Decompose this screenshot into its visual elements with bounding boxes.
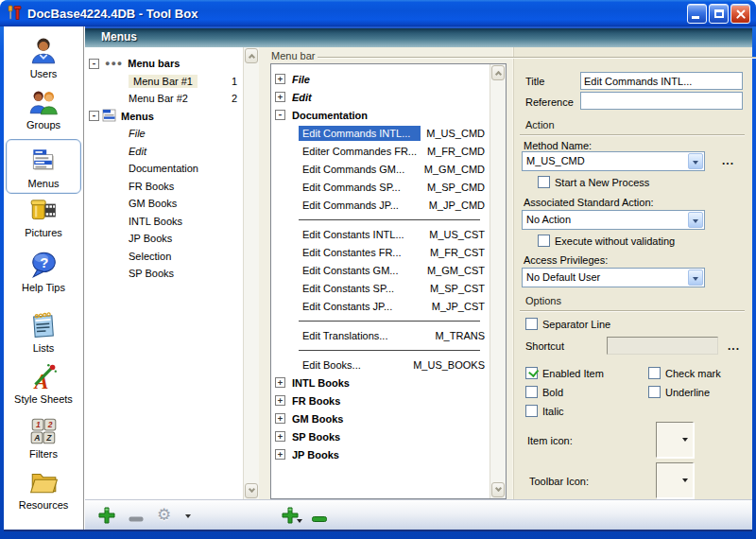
expand-icon[interactable]: + — [275, 431, 285, 442]
menu-item-row[interactable]: Edit Books... M_US_BOOKS — [271, 356, 490, 374]
sidebar-item-pictures[interactable]: Pictures — [6, 195, 81, 238]
minimize-button[interactable] — [687, 4, 707, 24]
check-mark-row: Check mark — [648, 367, 721, 379]
tree-group-jp-books[interactable]: + JP Books — [271, 445, 490, 463]
menu-item-row[interactable]: Edit Constantes FR... M_FR_CST — [271, 243, 490, 261]
tree-group-file[interactable]: + File — [271, 70, 490, 88]
close-button[interactable] — [730, 4, 750, 24]
menu-separator-row[interactable] — [271, 344, 490, 356]
menu-item-row[interactable]: Edit Commands JP... M_JP_CMD — [271, 196, 490, 214]
expand-icon[interactable]: + — [275, 92, 285, 102]
tree-group-fr-books[interactable]: + FR Books — [271, 391, 490, 409]
resources-icon — [28, 467, 59, 497]
remove-menu-item-button[interactable] — [312, 513, 331, 531]
combo-dropdown-button[interactable] — [688, 270, 703, 286]
underline-checkbox[interactable] — [648, 386, 661, 398]
collapse-icon[interactable]: - — [275, 110, 285, 120]
execute-without-validating-checkbox[interactable] — [538, 235, 550, 247]
tree-group-gm-books[interactable]: + GM Books — [271, 409, 490, 427]
menu-separator-row[interactable] — [271, 214, 490, 225]
collapse-expander-icon[interactable]: - — [89, 111, 99, 121]
tree-row-gm-books[interactable]: GM Books — [85, 195, 243, 213]
toolbar-icon-dropdown[interactable] — [656, 462, 694, 498]
scroll-down-button[interactable] — [491, 482, 505, 497]
sidebar-item-lists[interactable]: Lists — [6, 310, 81, 354]
add-menu-button[interactable] — [98, 507, 117, 526]
combo-dropdown-button[interactable] — [688, 153, 703, 169]
sidebar-item-filters[interactable]: 1 2 A Z Filters — [6, 416, 81, 460]
chevron-up-icon — [249, 54, 255, 61]
tree-row-selection[interactable]: Selection — [85, 248, 243, 266]
tree-row-intl-books[interactable]: INTL Books — [85, 213, 243, 231]
combo-dropdown-button[interactable] — [688, 212, 703, 228]
reference-input[interactable] — [580, 92, 743, 110]
start-new-process-checkbox[interactable] — [538, 176, 550, 188]
check-mark-checkbox[interactable] — [648, 367, 661, 379]
shortcut-browse-button[interactable]: ... — [728, 339, 740, 353]
tree-group-intl-books[interactable]: + INTL Books — [271, 374, 490, 391]
scroll-up-button[interactable] — [245, 48, 258, 63]
menu-item-row[interactable]: Edit Commands SP... M_SP_CMD — [271, 178, 490, 196]
settings-menu-button[interactable]: ⚙ — [157, 505, 181, 524]
tree-row-sp-books[interactable]: SP Books — [85, 265, 243, 283]
menu-separator-row[interactable] — [271, 315, 490, 326]
sidebar-item-label: Menus — [7, 178, 80, 189]
menu-item-row[interactable]: Edit Constants SP... M_SP_CST — [271, 279, 490, 297]
sidebar-item-resources[interactable]: Resources — [6, 467, 81, 511]
tree-group-row[interactable]: - Menus — [85, 108, 243, 126]
menu-item-row[interactable]: Editer Commandes FR... M_FR_CMD — [271, 142, 490, 160]
italic-checkbox[interactable] — [525, 405, 538, 417]
sidebar-item-label: Filters — [6, 448, 81, 460]
enabled-item-checkbox[interactable] — [525, 367, 538, 379]
add-item-dropdown-arrow-icon[interactable] — [297, 519, 302, 526]
sidebar-item-groups[interactable]: Groups — [6, 87, 81, 130]
method-name-combobox[interactable]: M_US_CMD — [522, 151, 705, 171]
tree-group-documentation[interactable]: - Documentation — [271, 106, 490, 124]
title-bar[interactable]: DocBase4224.4DB - Tool Box — [0, 0, 756, 26]
sidebar-item-help-tips[interactable]: ? Help Tips — [6, 250, 81, 293]
expand-icon[interactable]: + — [275, 377, 285, 388]
tree-row-menu-bar-2[interactable]: Menu Bar #2 2 — [85, 90, 243, 108]
menu-item-row[interactable]: Edit Constants JP... M_JP_CST — [271, 297, 490, 315]
menu-item-row[interactable]: Edit Constants INTL... M_US_CST — [271, 225, 490, 243]
execute-without-validating-row: Execute without validating — [538, 235, 675, 247]
collapse-expander-icon[interactable]: - — [89, 59, 99, 69]
tree-row-edit[interactable]: Edit — [85, 143, 243, 161]
menu-item-row[interactable]: Edit Translations... M_TRANS — [271, 326, 490, 344]
sidebar-item-menus[interactable]: Menus — [6, 139, 81, 194]
expand-icon[interactable]: + — [275, 413, 285, 424]
sidebar-item-users[interactable]: Users — [6, 36, 81, 79]
remove-menu-button-disabled — [129, 513, 147, 531]
sidebar-item-label: Resources — [6, 499, 81, 511]
expand-icon[interactable]: + — [275, 395, 285, 406]
settings-dropdown-arrow-icon[interactable] — [185, 514, 191, 521]
access-privileges-combobox[interactable]: No Default User — [522, 268, 705, 287]
left-tree-scrollbar[interactable] — [243, 47, 259, 499]
tree-row-jp-books[interactable]: JP Books — [85, 230, 243, 248]
expand-icon[interactable]: + — [275, 449, 285, 460]
title-input[interactable] — [580, 72, 743, 90]
tree-row-file[interactable]: File — [85, 125, 243, 143]
item-icon-dropdown[interactable] — [656, 422, 694, 458]
bold-checkbox[interactable] — [525, 386, 538, 398]
maximize-button[interactable] — [709, 4, 729, 24]
tree-row-fr-books[interactable]: FR Books — [85, 178, 243, 196]
sidebar-item-style-sheets[interactable]: A Style Sheets — [6, 361, 81, 405]
tree-row-menu-bar-1[interactable]: Menu Bar #1 1 — [85, 73, 243, 91]
tree-group-sp-books[interactable]: + SP Books — [271, 427, 490, 445]
start-new-process-row: Start a New Process — [538, 176, 649, 188]
method-browse-button[interactable]: ... — [722, 154, 734, 167]
menu-list-panel: - ●●● Menu bars Menu Bar #1 1 Menu Bar #… — [85, 47, 259, 499]
scroll-down-button[interactable] — [245, 483, 258, 498]
expand-icon[interactable]: + — [275, 74, 285, 84]
tree-row-documentation[interactable]: Documentation — [85, 160, 243, 178]
menu-item-row[interactable]: Edit Commands INTL... M_US_CMD — [271, 124, 490, 142]
associated-action-combobox[interactable]: No Action — [522, 210, 705, 230]
menu-tree-scrollbar[interactable] — [490, 64, 506, 498]
tree-group-row[interactable]: - ●●● Menu bars — [85, 55, 243, 73]
scroll-up-button[interactable] — [491, 65, 505, 80]
separator-line-checkbox[interactable] — [525, 318, 538, 330]
tree-group-edit[interactable]: + Edit — [271, 88, 490, 106]
menu-item-row[interactable]: Edit Commands GM... M_GM_CMD — [271, 160, 490, 178]
menu-item-row[interactable]: Edit Constants GM... M_GM_CST — [271, 261, 490, 279]
